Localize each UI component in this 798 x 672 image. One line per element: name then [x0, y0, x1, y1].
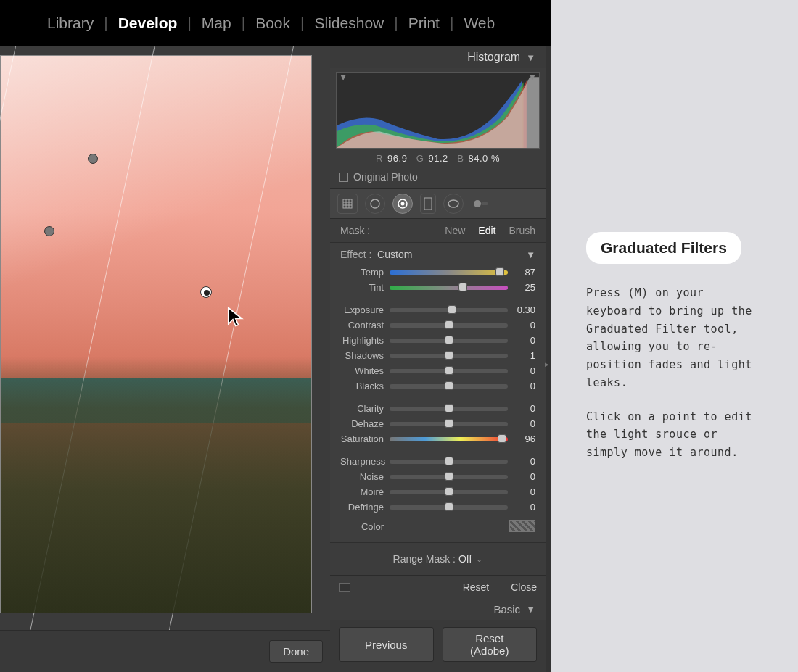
svg-rect-10: [424, 198, 432, 210]
workspace: Done Histogram ▼ R 96.9 G 91.: [0, 46, 551, 672]
slider-whites[interactable]: Whites0: [340, 363, 535, 378]
slider-thumb[interactable]: [495, 267, 504, 276]
slider-thumb[interactable]: [445, 419, 453, 428]
slider-track[interactable]: [390, 339, 508, 343]
slider-sharpness[interactable]: Sharpness0: [340, 454, 535, 469]
checkbox-icon[interactable]: [339, 173, 348, 182]
slider-track[interactable]: [390, 422, 508, 426]
slider-thumb[interactable]: [445, 472, 453, 481]
slider-highlights[interactable]: Highlights0: [340, 333, 535, 348]
gradient-guide-line[interactable]: [0, 46, 168, 630]
photo-viewport[interactable]: [0, 46, 330, 630]
slider-noise[interactable]: Noise0: [340, 469, 535, 484]
slider-track[interactable]: [390, 490, 508, 494]
slider-contrast[interactable]: Contrast0: [340, 318, 535, 333]
slider-thumb[interactable]: [445, 457, 453, 465]
collapse-icon[interactable]: ▼: [526, 52, 535, 63]
slider-exposure[interactable]: Exposure0.30: [340, 302, 535, 318]
slider-track[interactable]: [390, 460, 508, 464]
brush-tool-icon[interactable]: [471, 194, 491, 214]
svg-marker-0: [340, 75, 346, 80]
slider-thumb[interactable]: [445, 381, 453, 390]
nav-web[interactable]: Web: [464, 14, 495, 32]
slider-track[interactable]: [390, 369, 508, 373]
filter-pin[interactable]: [44, 226, 54, 236]
slider-clarity[interactable]: Clarity0: [340, 401, 535, 416]
graduated-filter-tool-icon[interactable]: [420, 194, 436, 214]
histogram[interactable]: [336, 72, 540, 149]
filter-pin-active[interactable]: [200, 286, 212, 298]
collapse-icon[interactable]: ▼: [526, 604, 535, 615]
gradient-guide-line[interactable]: [132, 46, 313, 630]
filter-pin[interactable]: [88, 154, 98, 164]
original-photo-toggle[interactable]: Original Photo: [330, 168, 546, 188]
slider-track[interactable]: [390, 505, 508, 510]
gradient-guide-line[interactable]: [0, 46, 23, 630]
mask-tab-brush[interactable]: Brush: [509, 225, 535, 236]
lightroom-app: Library|Develop|Map|Book|Slideshow|Print…: [0, 0, 551, 672]
crop-tool-icon[interactable]: [337, 194, 358, 214]
slider-blacks[interactable]: Blacks0: [340, 378, 535, 394]
mask-tab-edit[interactable]: Edit: [478, 225, 495, 236]
reset-adobe-button[interactable]: Reset (Adobe): [443, 627, 538, 662]
panel-expander[interactable]: [546, 46, 551, 672]
done-button[interactable]: Done: [269, 640, 323, 663]
module-footer: Previous Reset (Adobe): [330, 620, 546, 672]
slider-thumb[interactable]: [445, 487, 453, 496]
slider-thumb[interactable]: [445, 404, 453, 412]
slider-track[interactable]: [390, 407, 508, 411]
nav-book[interactable]: Book: [255, 14, 290, 32]
nav-develop[interactable]: Develop: [118, 14, 178, 32]
spot-tool-icon[interactable]: [365, 194, 385, 214]
nav-map[interactable]: Map: [202, 14, 231, 32]
color-swatch[interactable]: [509, 520, 535, 532]
slider-tint[interactable]: Tint25: [340, 280, 535, 295]
slider-thumb[interactable]: [458, 283, 467, 291]
slider-thumb[interactable]: [445, 366, 453, 375]
previous-button[interactable]: Previous: [339, 627, 434, 662]
mask-tab-new[interactable]: New: [445, 225, 465, 236]
slider-track[interactable]: [390, 384, 508, 389]
slider-track[interactable]: [390, 270, 508, 275]
slider-thumb[interactable]: [448, 305, 456, 314]
nav-library[interactable]: Library: [47, 14, 94, 32]
close-button[interactable]: Close: [511, 581, 537, 593]
range-mask-row[interactable]: Range Mask : Off ⌄: [330, 542, 546, 575]
color-row[interactable]: Color: [340, 520, 535, 532]
slider-shadows[interactable]: Shadows1: [340, 348, 535, 363]
collapse-icon[interactable]: ▼: [526, 249, 535, 260]
slider-defringe[interactable]: Defringe0: [340, 499, 535, 515]
slider-track[interactable]: [390, 308, 508, 312]
reset-button[interactable]: Reset: [463, 581, 490, 593]
slider-track[interactable]: [390, 437, 508, 441]
slider-thumb[interactable]: [445, 320, 453, 329]
rgb-readout: R 96.9 G 91.2 B 84.0 %: [330, 152, 546, 168]
tutorial-paragraph: Press (M) on your keyboard to bring up t…: [586, 284, 763, 392]
cursor-icon: [226, 306, 247, 328]
dropdown-icon[interactable]: ⌄: [476, 555, 482, 564]
histogram-header[interactable]: Histogram ▼: [330, 46, 546, 68]
slider-thumb[interactable]: [445, 336, 453, 344]
slider-track[interactable]: [390, 286, 508, 290]
svg-point-12: [474, 200, 481, 207]
before-after-toggle[interactable]: [339, 583, 350, 592]
radial-filter-tool-icon[interactable]: [392, 194, 413, 214]
oval-tool-icon[interactable]: [443, 194, 464, 214]
slider-dehaze[interactable]: Dehaze0: [340, 416, 535, 431]
mask-row: Mask : NewEditBrush: [330, 219, 546, 243]
nav-slideshow[interactable]: Slideshow: [315, 14, 384, 32]
slider-track[interactable]: [390, 323, 508, 328]
slider-thumb[interactable]: [445, 502, 453, 511]
slider-track[interactable]: [390, 475, 508, 479]
slider-thumb[interactable]: [498, 434, 506, 443]
canvas-area: Done: [0, 46, 330, 672]
basic-panel-header[interactable]: Basic ▼: [330, 599, 546, 620]
photo[interactable]: [0, 55, 312, 613]
slider-moiré[interactable]: Moiré0: [340, 484, 535, 499]
slider-track[interactable]: [390, 354, 508, 358]
slider-thumb[interactable]: [445, 351, 453, 360]
effect-header[interactable]: Effect : Custom ▼: [340, 249, 535, 260]
nav-print[interactable]: Print: [408, 14, 440, 32]
slider-saturation[interactable]: Saturation96: [340, 431, 535, 447]
slider-temp[interactable]: Temp87: [340, 265, 535, 280]
